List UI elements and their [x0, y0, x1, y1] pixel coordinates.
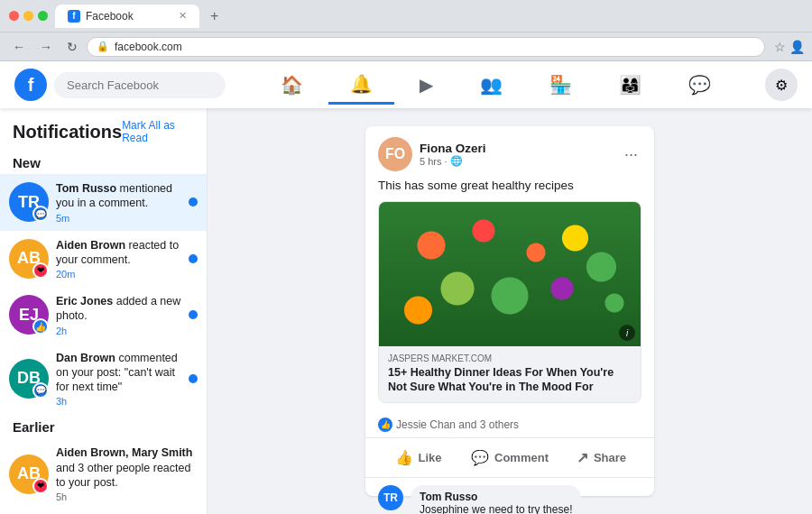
- notif-text: Tom Russo mentioned you in a comment. 5m: [56, 181, 181, 224]
- reaction-badge: ❤: [32, 262, 49, 279]
- nav-home-button[interactable]: 🏠: [259, 66, 325, 105]
- notification-item[interactable]: DB 💬 Dan Brown commented on your post: "…: [0, 344, 207, 415]
- post-author-name: Fiona Ozeri: [420, 142, 621, 155]
- like-label: Like: [419, 451, 442, 464]
- lock-icon: 🔒: [97, 41, 109, 52]
- section-label-earlier: Earlier: [0, 414, 207, 438]
- share-icon: ↗: [577, 449, 588, 466]
- new-tab-button[interactable]: +: [210, 8, 218, 24]
- post-header: FO Fiona Ozeri 5 hrs · 🌐 ···: [365, 126, 654, 179]
- commenter-avatar: TR: [378, 485, 403, 510]
- browser-tab[interactable]: f Facebook ✕: [55, 5, 199, 28]
- nav-groups-button[interactable]: 👨‍👩‍👧: [597, 66, 663, 105]
- facebook-header: f 🏠 🔔 ▶ 👥 🏪 👨‍👩‍👧 💬 ⚙: [0, 61, 812, 108]
- notif-text: Eric Jones added a new photo. 2h: [56, 294, 181, 336]
- notif-text: Dan Brown commented on your post: "can't…: [56, 351, 181, 408]
- url-text: facebook.com: [115, 41, 182, 53]
- reaction-badge: ❤: [32, 478, 49, 494]
- browser-nav-right: ☆ 👤: [774, 40, 805, 54]
- feed-panel: FO Fiona Ozeri 5 hrs · 🌐 ··· This has so…: [208, 108, 812, 514]
- window-controls: [9, 11, 48, 21]
- link-title: 15+ Healthy Dinner Ideas For When You're…: [388, 365, 632, 395]
- forward-button[interactable]: →: [34, 36, 58, 58]
- notif-avatar: TR 💬: [9, 182, 49, 222]
- notifications-title: Notifications: [13, 122, 122, 142]
- bookmark-button[interactable]: ☆: [774, 40, 786, 54]
- post-more-button[interactable]: ···: [621, 142, 641, 168]
- unread-indicator: [189, 310, 198, 319]
- nav-marketplace-button[interactable]: 🏪: [528, 66, 594, 105]
- nav-notifications-button[interactable]: 🔔: [328, 66, 394, 105]
- comment-icon: 💬: [471, 449, 489, 466]
- info-badge: i: [619, 325, 635, 341]
- comment-label: Comment: [494, 451, 549, 464]
- globe-icon: 🌐: [450, 155, 463, 167]
- notif-avatar: AB ❤: [9, 239, 49, 279]
- maximize-dot[interactable]: [38, 11, 48, 21]
- reaction-badge: 💬: [32, 382, 49, 399]
- nav-people-button[interactable]: 👥: [458, 66, 524, 105]
- link-source: JASPERS MARKET.COM: [388, 353, 632, 363]
- notif-text: Aiden Brown reacted to your comment. 20m: [56, 238, 181, 280]
- tab-favicon: f: [68, 10, 80, 23]
- address-bar[interactable]: 🔒 facebook.com: [87, 37, 765, 57]
- settings-button[interactable]: ⚙: [765, 69, 798, 101]
- nav-messenger-button[interactable]: 💬: [667, 66, 733, 105]
- notification-item[interactable]: AB ❤ Aiden Brown reacted to your comment…: [0, 231, 207, 288]
- notifications-header: Notifications Mark All as Read: [0, 108, 207, 150]
- post-metadata: 5 hrs · 🌐: [420, 155, 621, 167]
- browser-chrome: f Facebook ✕ +: [0, 0, 812, 32]
- unread-indicator: [189, 197, 198, 207]
- search-input[interactable]: [54, 72, 226, 98]
- header-nav-icons: 🏠 🔔 ▶ 👥 🏪 👨‍👩‍👧 💬: [226, 66, 765, 105]
- comments-section: TR Tom Russo Josephine we need to try th…: [365, 477, 654, 515]
- like-icon: 👍: [395, 449, 413, 466]
- notif-avatar: AB ❤: [9, 454, 49, 494]
- notification-item[interactable]: CL 😊 Cynthia Lopez reacted to your comme…: [0, 509, 207, 514]
- post-user-info: Fiona Ozeri 5 hrs · 🌐: [420, 142, 621, 167]
- comment-text: Josephine we need to try these!: [420, 503, 572, 515]
- like-button[interactable]: 👍 Like: [373, 442, 464, 473]
- notification-item[interactable]: TR 💬 Tom Russo mentioned you in a commen…: [0, 174, 207, 231]
- facebook-logo[interactable]: f: [14, 69, 47, 101]
- comment-username: Tom Russo: [420, 491, 572, 503]
- veggie-image: [379, 202, 641, 346]
- post-card: FO Fiona Ozeri 5 hrs · 🌐 ··· This has so…: [365, 126, 654, 496]
- browser-nav-bar: ← → ↻ 🔒 facebook.com ☆ 👤: [0, 32, 812, 61]
- section-label-new: New: [0, 150, 207, 174]
- comment-item: TR Tom Russo Josephine we need to try th…: [378, 485, 641, 515]
- post-text: This has some great healthy recipes: [365, 179, 654, 201]
- post-link-preview[interactable]: i JASPERS MARKET.COM 15+ Healthy Dinner …: [378, 201, 641, 403]
- unread-indicator: [189, 374, 198, 383]
- comment-button[interactable]: 💬 Comment: [464, 442, 556, 473]
- share-button[interactable]: ↗ Share: [556, 442, 647, 473]
- reaction-badge: 👍: [32, 318, 49, 335]
- notif-avatar: DB 💬: [9, 359, 49, 399]
- notif-text: Aiden Brown, Mary Smith and 3 other peop…: [56, 445, 198, 502]
- notif-avatar: EJ 👍: [9, 295, 49, 335]
- mark-all-read-button[interactable]: Mark All as Read: [122, 119, 194, 144]
- minimize-dot[interactable]: [23, 11, 33, 21]
- post-actions: 👍 Like 💬 Comment ↗ Share: [365, 437, 654, 477]
- post-time: 5 hrs ·: [420, 156, 448, 167]
- notification-item[interactable]: EJ 👍 Eric Jones added a new photo. 2h: [0, 287, 207, 344]
- header-right-controls: ⚙: [765, 69, 798, 101]
- user-profile-button[interactable]: 👤: [789, 40, 805, 54]
- tab-title: Facebook: [86, 10, 134, 23]
- likes-text: Jessie Chan and 3 others: [396, 418, 519, 431]
- back-button[interactable]: ←: [7, 36, 31, 58]
- post-likes: 👍 Jessie Chan and 3 others: [365, 412, 654, 437]
- close-dot[interactable]: [9, 11, 19, 21]
- reaction-badge: 💬: [32, 206, 49, 222]
- unread-indicator: [189, 254, 198, 263]
- post-author-avatar: FO: [378, 137, 412, 171]
- refresh-button[interactable]: ↻: [61, 36, 83, 58]
- nav-watch-button[interactable]: ▶: [398, 66, 455, 105]
- notifications-panel: Notifications Mark All as Read New TR 💬 …: [0, 108, 208, 514]
- main-layout: Notifications Mark All as Read New TR 💬 …: [0, 108, 812, 514]
- link-preview-image: i: [379, 202, 641, 346]
- notification-item[interactable]: AB ❤ Aiden Brown, Mary Smith and 3 other…: [0, 438, 207, 509]
- tab-close-button[interactable]: ✕: [179, 10, 187, 22]
- share-label: Share: [594, 451, 626, 464]
- like-icon: 👍: [378, 418, 392, 432]
